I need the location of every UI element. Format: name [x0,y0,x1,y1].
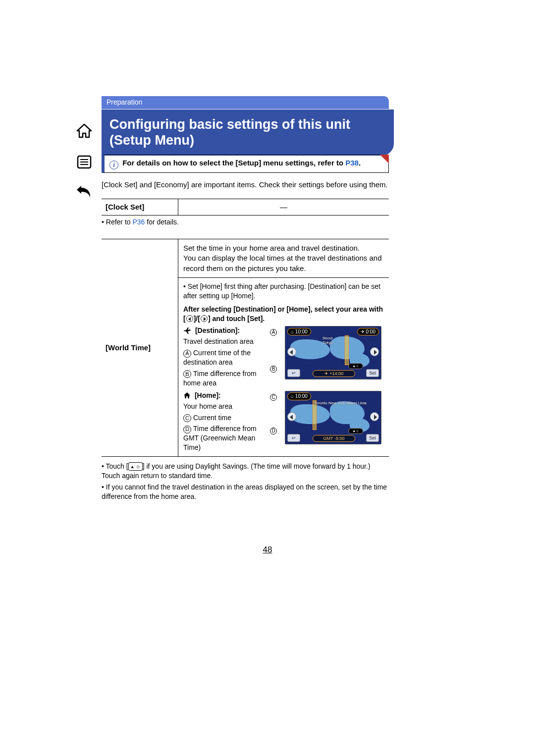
home-item-c: CCurrent time [183,413,265,423]
page-title: Configuring basic settings of this unit … [102,109,394,156]
dest-back-button[interactable]: ↩ [287,369,300,377]
destination-sub: Travel destination area [183,337,265,346]
home-dst-toggle[interactable]: ▲☼ [348,428,363,434]
leader-labels-home: C D [270,391,280,452]
contents-icon[interactable] [74,152,94,172]
home-set-button[interactable]: Set [366,434,379,442]
section-breadcrumb: Preparation [102,96,389,109]
label-d-icon: D [183,426,191,433]
dest-dst-toggle[interactable]: ▲☼ [348,363,363,369]
back-icon[interactable] [74,183,94,203]
world-time-label: [World Time] [102,239,178,456]
home-heading: [Home]: [183,391,265,401]
dest-nav-right[interactable] [370,347,379,356]
home-home-time: ⌂ 10:00 [287,392,311,400]
dest-diff: ✈ +14:00 [313,370,355,377]
clock-set-row: [Clock Set] — [102,199,389,216]
dest-set-button[interactable]: Set [366,369,379,377]
dst-chip-icon: ☼ [128,462,143,471]
home-city-labels: Toronto New York Miami Lima [314,401,367,405]
home-item-d: DTime difference from GMT (Greenwich Mea… [183,424,265,452]
home-nav-left[interactable] [287,412,296,421]
clock-set-label: [Clock Set] [102,199,178,215]
arrow-left-icon [186,315,193,322]
leader-labels-dest: A B [270,326,280,387]
section-label: Preparation [107,98,142,106]
home-diff: GMT -5:00 [313,435,355,442]
link-p38[interactable]: P38 [345,159,359,167]
home-small-icon [183,392,191,401]
label-b-icon: B [183,370,191,378]
note-text-prefix: For details on how to select the [Setup]… [122,159,345,167]
world-time-instruction: After selecting [Destination] or [Home],… [183,305,384,324]
screenshot-destination: ⌂ 10:00 ✈ 0:00 Seoul Tokyo ▲☼ ✈ +14:00 ↩… [285,326,381,379]
intro-text: [Clock Set] and [Economy] are important … [102,180,389,190]
title-line1: Configuring basic settings of this unit [109,117,350,132]
home-icon[interactable] [74,121,94,141]
label-a-icon: A [183,350,191,358]
dest-dest-time: ✈ 0:00 [357,328,379,336]
label-c-icon: C [183,414,191,422]
page-number: 48 [0,545,535,555]
note-text-suffix: . [359,159,361,167]
footnote-1: Touch [☼] if you are using Daylight Savi… [102,462,389,481]
arrow-right-icon [201,315,208,322]
dest-home-time: ⌂ 10:00 [287,328,311,336]
dest-city-labels: Seoul Tokyo [322,336,333,345]
callout-note: i For details on how to select the [Setu… [102,155,389,173]
footnotes: Touch [☼] if you are using Daylight Savi… [102,462,389,501]
info-icon: i [109,161,118,169]
sidebar-nav [74,121,99,214]
screenshot-home: ⌂ 10:00 Toronto New York Miami Lima ▲☼ G… [285,391,381,444]
world-time-intro: Set the time in your home area and trave… [178,239,389,278]
home-back-button[interactable]: ↩ [287,434,300,442]
world-time-tip: Set [Home] first thing after purchasing.… [183,282,384,301]
clock-set-value: — [178,199,389,215]
footnote-2: If you cannot find the travel destinatio… [102,483,389,501]
world-time-block: [World Time] Set the time in your home a… [102,239,389,457]
destination-item-a: ACurrent time of the destination area [183,348,265,367]
destination-item-b: BTime difference from home area [183,369,265,388]
home-sub: Your home area [183,402,265,411]
home-nav-right[interactable] [370,412,379,421]
link-p36[interactable]: P36 [133,218,145,226]
title-line2: (Setup Menu) [109,133,194,148]
destination-heading: [Destination]: [183,326,265,336]
clock-set-refer: Refer to P36 for details. [102,217,389,227]
plane-icon [183,327,191,336]
